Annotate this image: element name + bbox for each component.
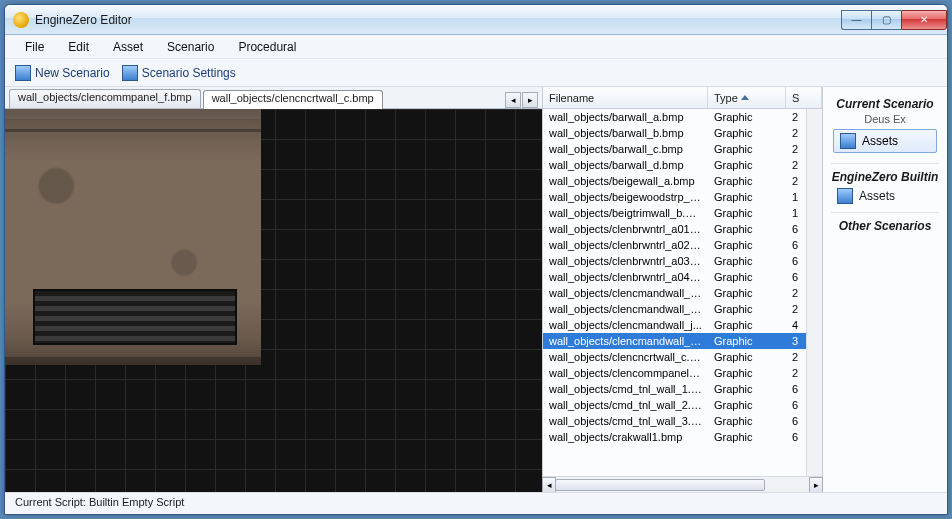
cell-filename: wall_objects/barwall_b.bmp xyxy=(543,126,708,140)
menu-file[interactable]: File xyxy=(15,37,54,57)
cell-filename: wall_objects/crakwall1.bmp xyxy=(543,430,708,444)
cell-s: 2 xyxy=(786,286,806,300)
current-scenario-heading: Current Scenario xyxy=(831,97,939,111)
table-header: Filename Type S xyxy=(543,87,822,109)
table-row[interactable]: wall_objects/clenbrwntrl_a03.b...Graphic… xyxy=(543,253,806,269)
statusbar: Current Script: Builtin Empty Script xyxy=(5,492,947,514)
tab-scroll-left-icon[interactable]: ◂ xyxy=(505,92,521,108)
scroll-right-icon[interactable]: ▸ xyxy=(809,477,823,492)
cell-type: Graphic xyxy=(708,318,786,332)
assets-icon xyxy=(837,188,853,204)
current-assets-button[interactable]: Assets xyxy=(833,129,937,153)
table-row[interactable]: wall_objects/clencommpanel_f...Graphic2 xyxy=(543,365,806,381)
vertical-scrollbar[interactable] xyxy=(806,109,822,476)
cell-filename: wall_objects/barwall_c.bmp xyxy=(543,142,708,156)
builtin-assets-button[interactable]: Assets xyxy=(831,186,939,206)
table-row[interactable]: wall_objects/cmd_tnl_wall_1.b...Graphic6 xyxy=(543,381,806,397)
scroll-thumb[interactable] xyxy=(555,479,765,491)
column-type-label: Type xyxy=(714,92,738,104)
sort-asc-icon xyxy=(741,95,749,100)
close-button[interactable]: ✕ xyxy=(901,10,947,30)
cell-s: 6 xyxy=(786,254,806,268)
table-row[interactable]: wall_objects/crakwall1.bmpGraphic6 xyxy=(543,429,806,445)
table-row[interactable]: wall_objects/clencmandwall_e...Graphic2 xyxy=(543,301,806,317)
cell-s: 2 xyxy=(786,142,806,156)
column-s[interactable]: S xyxy=(786,87,822,108)
cell-type: Graphic xyxy=(708,222,786,236)
table-body[interactable]: wall_objects/barwall_a.bmpGraphic2wall_o… xyxy=(543,109,806,476)
menu-scenario[interactable]: Scenario xyxy=(157,37,224,57)
cell-s: 6 xyxy=(786,398,806,412)
menu-asset[interactable]: Asset xyxy=(103,37,153,57)
current-scenario-name: Deus Ex xyxy=(831,113,939,125)
column-filename[interactable]: Filename xyxy=(543,87,708,108)
table-row[interactable]: wall_objects/clencmandwall_k...Graphic3 xyxy=(543,333,806,349)
new-scenario-icon xyxy=(15,65,31,81)
table-row[interactable]: wall_objects/cmd_tnl_wall_3.b...Graphic6 xyxy=(543,413,806,429)
titlebar: EngineZero Editor — ▢ ✕ xyxy=(5,5,947,35)
cell-s: 3 xyxy=(786,334,806,348)
table-row[interactable]: wall_objects/clencmandwall_j...Graphic4 xyxy=(543,317,806,333)
table-row[interactable]: wall_objects/barwall_b.bmpGraphic2 xyxy=(543,125,806,141)
new-scenario-button[interactable]: New Scenario xyxy=(15,65,110,81)
document-tabstrip: wall_objects/clencommpanel_f.bmp wall_ob… xyxy=(5,87,542,109)
cell-filename: wall_objects/clencmandwall_e... xyxy=(543,302,708,316)
table-row[interactable]: wall_objects/clencncrtwall_c.b...Graphic… xyxy=(543,349,806,365)
cell-s: 6 xyxy=(786,414,806,428)
table-row[interactable]: wall_objects/barwall_d.bmpGraphic2 xyxy=(543,157,806,173)
cell-type: Graphic xyxy=(708,174,786,188)
table-row[interactable]: wall_objects/barwall_c.bmpGraphic2 xyxy=(543,141,806,157)
minimize-button[interactable]: — xyxy=(841,10,871,30)
cell-type: Graphic xyxy=(708,366,786,380)
scenario-settings-label: Scenario Settings xyxy=(142,66,236,80)
scenario-panel: Current Scenario Deus Ex Assets EngineZe… xyxy=(823,87,947,492)
cell-filename: wall_objects/clenbrwntrl_a01.b... xyxy=(543,222,708,236)
scroll-left-icon[interactable]: ◂ xyxy=(542,477,556,492)
status-text: Current Script: Builtin Empty Script xyxy=(15,496,184,508)
table-row[interactable]: wall_objects/clenbrwntrl_a02.b...Graphic… xyxy=(543,237,806,253)
scenario-settings-button[interactable]: Scenario Settings xyxy=(122,65,236,81)
table-row[interactable]: wall_objects/beigewall_a.bmpGraphic2 xyxy=(543,173,806,189)
document-tab[interactable]: wall_objects/clencncrtwall_c.bmp xyxy=(203,90,383,109)
table-row[interactable]: wall_objects/beigewoodstrp_a...Graphic1 xyxy=(543,189,806,205)
cell-s: 2 xyxy=(786,126,806,140)
cell-filename: wall_objects/clencmandwall_k... xyxy=(543,334,708,348)
horizontal-scrollbar[interactable]: ◂ ▸ xyxy=(543,476,822,492)
table-row[interactable]: wall_objects/clencmandwall_c...Graphic2 xyxy=(543,285,806,301)
new-scenario-label: New Scenario xyxy=(35,66,110,80)
table-row[interactable]: wall_objects/barwall_a.bmpGraphic2 xyxy=(543,109,806,125)
table-row[interactable]: wall_objects/beigtrimwall_b.bmpGraphic1 xyxy=(543,205,806,221)
cell-type: Graphic xyxy=(708,350,786,364)
cell-filename: wall_objects/clencmandwall_j... xyxy=(543,318,708,332)
cell-s: 2 xyxy=(786,366,806,380)
menu-edit[interactable]: Edit xyxy=(58,37,99,57)
cell-type: Graphic xyxy=(708,142,786,156)
cell-type: Graphic xyxy=(708,398,786,412)
editor-pane: wall_objects/clencommpanel_f.bmp wall_ob… xyxy=(5,87,543,492)
cell-s: 2 xyxy=(786,350,806,364)
cell-s: 6 xyxy=(786,270,806,284)
app-window: EngineZero Editor — ▢ ✕ File Edit Asset … xyxy=(4,4,948,515)
cell-filename: wall_objects/clencncrtwall_c.b... xyxy=(543,350,708,364)
cell-filename: wall_objects/barwall_a.bmp xyxy=(543,110,708,124)
cell-filename: wall_objects/cmd_tnl_wall_3.b... xyxy=(543,414,708,428)
cell-s: 2 xyxy=(786,158,806,172)
column-type[interactable]: Type xyxy=(708,87,786,108)
cell-type: Graphic xyxy=(708,302,786,316)
table-row[interactable]: wall_objects/clenbrwntrl_a04.b...Graphic… xyxy=(543,269,806,285)
table-row[interactable]: wall_objects/clenbrwntrl_a01.b...Graphic… xyxy=(543,221,806,237)
cell-s: 4 xyxy=(786,318,806,332)
cell-type: Graphic xyxy=(708,270,786,284)
separator xyxy=(831,163,939,164)
cell-type: Graphic xyxy=(708,190,786,204)
assets-label: Assets xyxy=(859,189,895,203)
tab-scroll-right-icon[interactable]: ▸ xyxy=(522,92,538,108)
document-tab[interactable]: wall_objects/clencommpanel_f.bmp xyxy=(9,89,201,108)
cell-s: 1 xyxy=(786,190,806,204)
cell-type: Graphic xyxy=(708,382,786,396)
maximize-button[interactable]: ▢ xyxy=(871,10,901,30)
cell-type: Graphic xyxy=(708,254,786,268)
table-row[interactable]: wall_objects/cmd_tnl_wall_2.b...Graphic6 xyxy=(543,397,806,413)
menu-procedural[interactable]: Procedural xyxy=(228,37,306,57)
texture-viewport[interactable] xyxy=(5,109,542,492)
